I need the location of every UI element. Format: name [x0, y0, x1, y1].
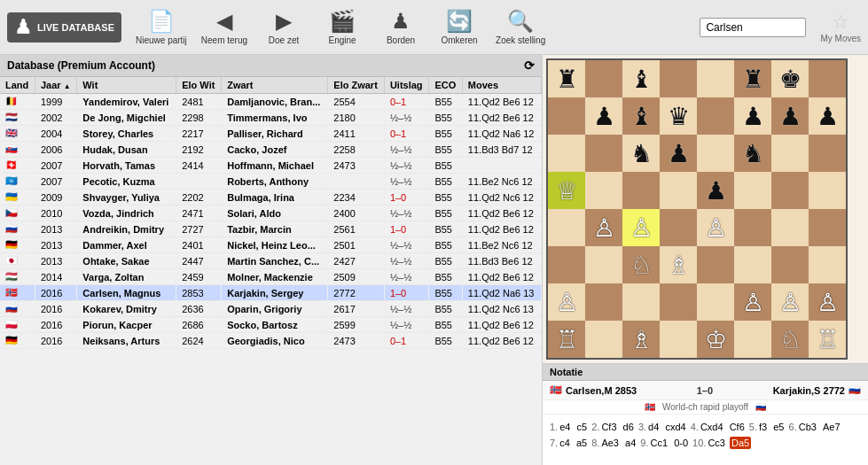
table-row[interactable]: 🇳🇴 2016 Carlsen, Magnus 2853 Karjakin, S… [0, 285, 542, 301]
board-square[interactable] [771, 135, 809, 172]
move-d4[interactable]: d4 [646, 421, 661, 433]
col-wit[interactable]: Wit [77, 77, 176, 94]
reverse-button[interactable]: 🔄 Omkeren [437, 9, 481, 45]
board-square[interactable]: ♗ [660, 246, 697, 283]
table-row[interactable]: 🇳🇱 2002 De Jong, Migchiel 2298 Timmerman… [0, 110, 542, 126]
board-square[interactable] [771, 246, 809, 283]
board-square[interactable] [585, 246, 622, 283]
board-square[interactable]: ♔ [697, 321, 734, 358]
table-row[interactable]: 🇨🇿 2010 Vozda, Jindrich 2471 Solari, Ald… [0, 205, 542, 221]
board-square[interactable] [660, 172, 697, 209]
board-square[interactable] [697, 135, 734, 172]
board-square[interactable]: ♘ [622, 246, 660, 283]
move-0-0[interactable]: 0-0 [672, 437, 690, 449]
col-elo-wit[interactable]: Elo Wit [176, 77, 222, 94]
move-cc3[interactable]: Cc3 [706, 437, 727, 449]
board-square[interactable]: ♚ [771, 60, 809, 97]
board-square[interactable]: ♟ [809, 97, 846, 135]
move-ae7[interactable]: Ae7 [821, 421, 842, 433]
board-square[interactable] [809, 172, 846, 209]
move-d6[interactable]: d6 [622, 421, 636, 433]
board-square[interactable]: ♞ [734, 135, 771, 172]
board-square[interactable] [660, 321, 697, 358]
board-square[interactable] [585, 172, 622, 209]
table-row[interactable]: 🇸🇰 2006 Hudak, Dusan 2192 Cacko, Jozef 2… [0, 142, 542, 158]
table-row[interactable]: 🇬🇧 2004 Storey, Charles 2217 Palliser, R… [0, 126, 542, 142]
do-move-button[interactable]: ▶ Doe zet [262, 9, 306, 45]
board-square[interactable] [585, 135, 622, 172]
board-square[interactable] [697, 246, 734, 283]
board-square[interactable] [809, 135, 846, 172]
board-square[interactable]: ♟ [660, 135, 697, 172]
table-row[interactable]: 🇷🇺 2013 Andreikin, Dmitry 2727 Tazbir, M… [0, 221, 542, 237]
board-button[interactable]: ♟ Borden [379, 9, 423, 45]
board-square[interactable]: ♙ [548, 283, 585, 321]
board-square[interactable] [734, 321, 771, 358]
move-da5[interactable]: Da5 [730, 437, 751, 449]
board-square[interactable]: ♙ [771, 283, 809, 321]
board-square[interactable]: ♕ [548, 172, 585, 209]
table-row[interactable]: 🇯🇵 2013 Ohtake, Sakae 2447 Martin Sanche… [0, 253, 542, 269]
board-square[interactable]: ♜ [548, 60, 585, 97]
board-square[interactable] [548, 209, 585, 246]
search-position-button[interactable]: 🔍 Zoek stelling [496, 9, 545, 45]
board-square[interactable] [734, 172, 771, 209]
table-row[interactable]: 🇩🇪 2013 Dammer, Axel 2401 Nickel, Heinz … [0, 237, 542, 253]
board-square[interactable]: ♟ [697, 172, 734, 209]
move-ae3[interactable]: Ae3 [599, 437, 621, 449]
col-elo-zwart[interactable]: Elo Zwart [328, 77, 385, 94]
board-square[interactable] [809, 60, 846, 97]
board-square[interactable] [660, 283, 697, 321]
col-zwart[interactable]: Zwart [222, 77, 328, 94]
search-input[interactable] [700, 18, 806, 37]
board-square[interactable]: ♞ [622, 135, 660, 172]
board-square[interactable] [585, 283, 622, 321]
board-square[interactable]: ♙ [734, 283, 771, 321]
col-moves[interactable]: Moves [462, 77, 541, 94]
board-square[interactable]: ♖ [809, 321, 846, 358]
board-square[interactable] [697, 283, 734, 321]
board-square[interactable]: ♙ [622, 209, 660, 246]
board-square[interactable] [622, 172, 660, 209]
move-a4[interactable]: a4 [623, 437, 637, 449]
board-square[interactable]: ♙ [585, 209, 622, 246]
board-square[interactable]: ♘ [771, 321, 809, 358]
col-uitslag[interactable]: Uitslag [384, 77, 429, 94]
moves-text[interactable]: 1.e4 c5 2.Cf3 d6 3.d4 cxd4 4.Cxd4 Cf6 5.… [543, 415, 868, 456]
board-square[interactable]: ♛ [660, 97, 697, 135]
database-table-container[interactable]: Land Jaar ▲ Wit Elo Wit Zwart Elo Zwart … [0, 77, 542, 465]
board-square[interactable] [660, 209, 697, 246]
col-eco[interactable]: ECO [429, 77, 462, 94]
board-square[interactable] [771, 172, 809, 209]
board-square[interactable]: ♗ [622, 321, 660, 358]
board-square[interactable] [809, 209, 846, 246]
board-square[interactable] [622, 283, 660, 321]
table-row[interactable]: 🇩🇪 2016 Neiksans, Arturs 2624 Georgiadis… [0, 333, 542, 349]
move-f3[interactable]: f3 [757, 421, 769, 433]
move-cxd4[interactable]: cxd4 [663, 421, 687, 433]
board-square[interactable] [585, 60, 622, 97]
board-square[interactable]: ♟ [585, 97, 622, 135]
board-square[interactable] [548, 97, 585, 135]
board-square[interactable]: ♙ [809, 283, 846, 321]
new-game-button[interactable]: 📄 Nieuwe partij [136, 9, 187, 45]
move-e4[interactable]: e4 [558, 421, 572, 433]
board-square[interactable] [697, 97, 734, 135]
board-square[interactable]: ♝ [622, 97, 660, 135]
move-c5[interactable]: c5 [575, 421, 590, 433]
move-cxd4[interactable]: Cxd4 [699, 421, 725, 433]
move-e5[interactable]: e5 [771, 421, 786, 433]
refresh-icon[interactable]: ⟳ [524, 58, 535, 73]
col-jaar[interactable]: Jaar ▲ [35, 77, 76, 94]
board-square[interactable]: ♟ [771, 97, 809, 135]
table-row[interactable]: 🇭🇺 2014 Varga, Zoltan 2459 Molner, Macke… [0, 269, 542, 285]
board-square[interactable]: ♖ [548, 321, 585, 358]
board-square[interactable] [548, 246, 585, 283]
move-cf6[interactable]: Cf6 [728, 421, 747, 433]
take-back-button[interactable]: ◀ Neem terug [201, 9, 247, 45]
table-row[interactable]: 🇺🇦 2009 Shvayger, Yuliya 2202 Bulmaga, I… [0, 190, 542, 205]
table-row[interactable]: 🇷🇺 2016 Kokarev, Dmitry 2636 Oparin, Gri… [0, 301, 542, 317]
move-cb3[interactable]: Cb3 [797, 421, 818, 433]
board-square[interactable] [660, 60, 697, 97]
move-a5[interactable]: a5 [575, 437, 589, 449]
